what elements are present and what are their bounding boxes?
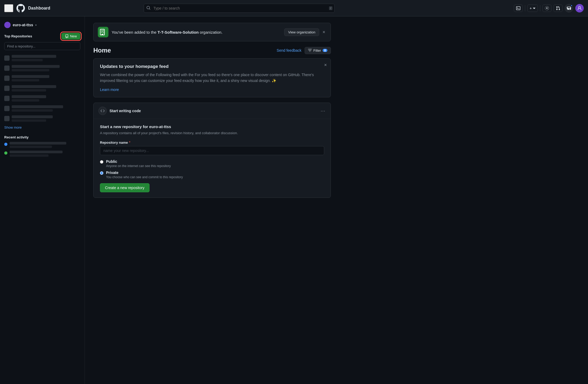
pull-requests-button[interactable] bbox=[554, 5, 563, 12]
notification-close-button[interactable]: × bbox=[321, 28, 326, 36]
required-indicator: * bbox=[129, 140, 130, 145]
new-btn-label: New bbox=[70, 34, 77, 38]
avatar[interactable] bbox=[575, 4, 584, 12]
visibility-radio-group: Public Anyone on the internet can see th… bbox=[100, 159, 324, 179]
inbox-button[interactable] bbox=[565, 4, 573, 12]
sidebar-search bbox=[4, 42, 80, 50]
show-more-link[interactable]: Show more bbox=[0, 124, 85, 131]
repo-name-row: Repository name * bbox=[100, 140, 324, 145]
search-slash-hint: / bbox=[329, 6, 332, 10]
send-feedback-link[interactable]: Send feedback bbox=[277, 48, 301, 53]
header-title: Dashboard bbox=[28, 6, 50, 11]
top-repos-header: Top Repositories New bbox=[0, 31, 85, 42]
activity-blur bbox=[10, 146, 52, 148]
sidebar-repo-list bbox=[0, 53, 85, 123]
main-content: You've been added to the T-T-Software-So… bbox=[85, 16, 339, 384]
activity-dot-green bbox=[4, 151, 7, 155]
repo-name-input[interactable] bbox=[100, 146, 324, 155]
section-body: Start a new repository for euro-at-ttss … bbox=[94, 119, 331, 198]
section-title: Start writing code bbox=[109, 109, 141, 113]
updates-close-button[interactable]: × bbox=[324, 62, 327, 68]
public-radio[interactable] bbox=[100, 160, 103, 164]
notification-dot bbox=[571, 5, 573, 7]
sidebar-user[interactable]: euro-at-ttss ▾ bbox=[0, 21, 85, 31]
sidebar-search-input[interactable] bbox=[4, 42, 80, 50]
code-icon-circle bbox=[98, 107, 107, 115]
repo-name-blur bbox=[12, 115, 53, 118]
filter-count: 8 bbox=[323, 49, 327, 52]
learn-more-link[interactable]: Learn more bbox=[100, 88, 119, 92]
page-title: Home bbox=[93, 47, 111, 54]
new-repo-button[interactable]: New bbox=[62, 33, 80, 40]
activity-item bbox=[4, 142, 80, 148]
repo-meta-blur bbox=[12, 69, 49, 71]
section-menu-button[interactable]: ⋯ bbox=[321, 108, 326, 114]
repo-name-blur bbox=[12, 65, 60, 68]
repo-icon bbox=[4, 55, 10, 61]
repo-name-label: Repository name bbox=[100, 141, 128, 145]
github-logo bbox=[16, 4, 25, 12]
copilot-button[interactable] bbox=[542, 5, 551, 12]
org-name: T-T-Software-Solution bbox=[157, 30, 199, 34]
new-dropdown-button[interactable]: + bbox=[527, 5, 538, 12]
notification-banner: You've been added to the T-T-Software-So… bbox=[93, 23, 331, 41]
activity-blur bbox=[10, 142, 66, 145]
notification-actions: View organization × bbox=[284, 28, 326, 36]
repo-icon bbox=[4, 96, 10, 101]
activity-item bbox=[4, 151, 80, 157]
sidebar-username: euro-at-ttss bbox=[13, 23, 33, 27]
public-radio-item[interactable]: Public Anyone on the internet can see th… bbox=[100, 159, 324, 168]
view-organization-button[interactable]: View organization bbox=[284, 28, 319, 36]
repo-icon bbox=[4, 86, 10, 91]
updates-card-body: We've combined the power of the Followin… bbox=[100, 72, 324, 84]
search-icon bbox=[146, 6, 151, 11]
repo-name-blur bbox=[12, 85, 56, 88]
repo-meta-blur bbox=[12, 99, 39, 102]
home-header-actions: Send feedback Filter 8 bbox=[277, 47, 331, 54]
search-bar: / bbox=[144, 4, 335, 13]
list-item[interactable] bbox=[2, 84, 82, 93]
header-divider bbox=[525, 5, 525, 11]
home-header: Home Send feedback Filter 8 bbox=[93, 47, 331, 54]
repo-icon bbox=[4, 116, 10, 121]
sidebar: euro-at-ttss ▾ Top Repositories New bbox=[0, 16, 85, 384]
repo-meta-blur bbox=[12, 109, 53, 112]
public-desc: Anyone on the internet can see this repo… bbox=[106, 164, 171, 168]
notification-text: You've been added to the T-T-Software-So… bbox=[112, 30, 281, 34]
new-repo-form-desc: A repository contains all of your projec… bbox=[100, 130, 324, 136]
recent-activity-section: Recent activity bbox=[0, 131, 85, 157]
create-repo-button[interactable]: Create a new repository bbox=[100, 183, 150, 192]
repo-name-blur bbox=[12, 75, 49, 78]
list-item[interactable] bbox=[2, 104, 82, 113]
terminal-button[interactable] bbox=[514, 5, 523, 12]
updates-card-title: Updates to your homepage feed bbox=[100, 64, 324, 69]
header-actions: + bbox=[514, 4, 584, 12]
repo-meta-blur bbox=[12, 79, 39, 81]
public-label: Public bbox=[106, 159, 171, 164]
hamburger-button[interactable] bbox=[4, 4, 13, 12]
repo-meta-blur bbox=[12, 119, 46, 122]
sidebar-avatar bbox=[4, 22, 11, 28]
search-input[interactable] bbox=[144, 4, 335, 13]
repo-icon bbox=[4, 106, 10, 111]
filter-label: Filter bbox=[313, 49, 321, 53]
list-item[interactable] bbox=[2, 53, 82, 63]
updates-card: Updates to your homepage feed We've comb… bbox=[93, 58, 331, 97]
list-item[interactable] bbox=[2, 94, 82, 103]
recent-activity-title: Recent activity bbox=[4, 135, 80, 139]
repo-name-blur bbox=[12, 55, 56, 58]
start-writing-code-section: Start writing code ⋯ Start a new reposit… bbox=[93, 103, 331, 198]
header: Dashboard / + bbox=[0, 0, 588, 16]
private-label: Private bbox=[106, 171, 183, 175]
list-item[interactable] bbox=[2, 114, 82, 123]
private-radio-item[interactable]: Private You choose who can see and commi… bbox=[100, 171, 324, 179]
repo-meta-blur bbox=[12, 89, 46, 91]
new-repo-form-title: Start a new repository for euro-at-ttss bbox=[100, 124, 324, 129]
repo-meta-blur bbox=[12, 59, 43, 61]
header-divider2 bbox=[540, 5, 540, 11]
list-item[interactable] bbox=[2, 63, 82, 73]
repo-icon bbox=[4, 66, 10, 71]
list-item[interactable] bbox=[2, 73, 82, 83]
filter-button[interactable]: Filter 8 bbox=[305, 47, 331, 54]
private-radio[interactable] bbox=[100, 171, 103, 175]
